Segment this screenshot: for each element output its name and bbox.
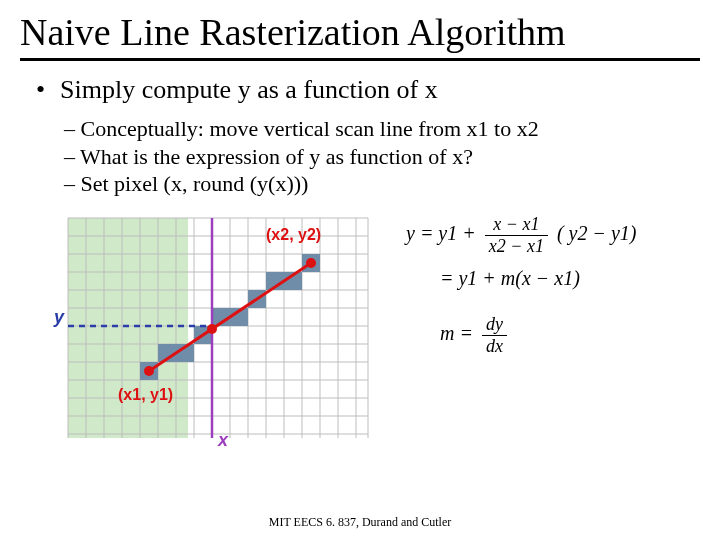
equation-m: m = dy dx bbox=[406, 314, 700, 357]
formula-block: y = y1 + x − x1 x2 − x1 ( y2 − y1) = y1 … bbox=[406, 208, 700, 367]
title-underline bbox=[20, 58, 700, 61]
sub-bullet: – What is the expression of y as functio… bbox=[64, 143, 690, 171]
slide-footer: MIT EECS 6. 837, Durand and Cutler bbox=[0, 515, 720, 530]
sub-bullet: – Set pixel (x, round (y(x))) bbox=[64, 170, 690, 198]
equation-2: = y1 + m(x − x1) bbox=[406, 267, 700, 290]
equation-1: y = y1 + x − x1 x2 − x1 ( y2 − y1) bbox=[406, 214, 700, 257]
svg-point-47 bbox=[306, 258, 316, 268]
slide-title: Naive Line Rasterization Algorithm bbox=[0, 0, 720, 58]
x-axis-label: x bbox=[217, 430, 229, 448]
bullet-main: Simply compute y as a function of x bbox=[42, 75, 690, 105]
p1-label: (x1, y1) bbox=[118, 386, 173, 403]
p2-label: (x2, y2) bbox=[266, 226, 321, 243]
bullet-list: Simply compute y as a function of x – Co… bbox=[0, 75, 720, 198]
svg-point-48 bbox=[207, 324, 217, 334]
raster-diagram: y x (x1, y1) (x2, y2) bbox=[48, 208, 378, 452]
svg-point-46 bbox=[144, 366, 154, 376]
y-axis-label: y bbox=[53, 307, 65, 327]
sub-bullet: – Conceptually: move vertical scan line … bbox=[64, 115, 690, 143]
